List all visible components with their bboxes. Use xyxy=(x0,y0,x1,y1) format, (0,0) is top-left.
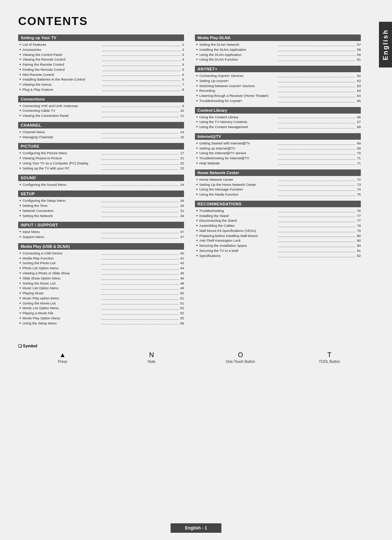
item-dots xyxy=(101,309,179,310)
item-text: Installing the Stand xyxy=(196,213,277,218)
item-dots xyxy=(101,185,179,186)
item-text: Support Menu xyxy=(20,234,100,240)
item-text: Setting up the TV with your PC xyxy=(20,166,100,171)
list-item: Viewing Picture-in-Picture21 xyxy=(20,156,184,161)
list-item: Mini Remote Control6 xyxy=(20,72,184,77)
item-dots xyxy=(101,169,179,170)
item-dots xyxy=(101,154,179,155)
symbol-icon: O xyxy=(238,351,243,359)
item-dots xyxy=(101,294,179,295)
list-item: Anti-Theft Kensington Lock80 xyxy=(196,238,361,243)
section-header: PICTURE xyxy=(18,143,184,150)
item-dots xyxy=(278,196,355,196)
item-dots xyxy=(278,212,355,212)
item-dots xyxy=(101,319,179,320)
symbol-row: ▲PressNNoteOOne-Touch ButtonTTOOL Button xyxy=(18,351,374,364)
item-page-number: 55 xyxy=(180,316,184,321)
english-tab: English xyxy=(379,22,392,68)
item-text: Using Your TV as a Computer (PC) Display xyxy=(20,161,100,166)
item-dots xyxy=(278,252,355,252)
item-text: Setting the DLNA Network xyxy=(196,42,277,47)
list-item: Getting Started with Internet@TV69 xyxy=(196,141,361,146)
list-item: Troubleshooting for Anynet+65 xyxy=(196,98,361,103)
section-items: List of Features2Accessories2Viewing the… xyxy=(18,42,184,92)
section: Home Network CenterHome Network Center72… xyxy=(195,169,361,197)
list-item: Installing the DLNA Application58 xyxy=(196,47,361,52)
section: SETUPConfiguring the Setup Menu26Setting… xyxy=(18,191,184,218)
item-text: Assembling the Cables xyxy=(196,223,277,228)
list-item: Switching between Anynet+ Devices63 xyxy=(196,83,361,89)
section: Media Play-DLNASetting the DLNA Network5… xyxy=(195,34,361,62)
item-page-number: 74 xyxy=(357,187,361,192)
item-page-number: 80 xyxy=(357,233,361,238)
item-page-number: 62 xyxy=(357,73,361,78)
section-items: Connecting VHF and UHF Antennas9Connecti… xyxy=(18,103,184,118)
item-page-number: 51 xyxy=(180,301,184,306)
item-page-number: 43 xyxy=(180,261,184,266)
item-text: Viewing a Photo or Slide Show xyxy=(20,271,100,276)
list-item: Photo List Option Menu44 xyxy=(20,266,184,271)
item-text: Viewing Picture-in-Picture xyxy=(20,156,100,161)
item-page-number: 8 xyxy=(182,87,184,92)
list-item: Movie Play Option Menu55 xyxy=(20,316,184,321)
item-page-number: 41 xyxy=(180,256,184,261)
item-text: Preparing before installing Wall-Mount xyxy=(196,233,277,238)
section-items: Getting Started with Internet@TV69Settin… xyxy=(195,141,361,166)
item-dots xyxy=(278,56,355,56)
item-dots xyxy=(102,51,181,51)
item-dots xyxy=(278,128,355,128)
item-page-number: 40 xyxy=(180,251,184,256)
item-dots xyxy=(101,117,179,117)
item-dots xyxy=(101,164,179,165)
section: INPUT / SUPPORTInput Menu37Support Menu3… xyxy=(18,222,184,240)
item-page-number: 23 xyxy=(180,166,184,171)
item-page-number: 22 xyxy=(180,161,184,166)
list-item: Playing Music50 xyxy=(20,291,184,296)
list-item: Using the DLNA Function61 xyxy=(196,57,361,62)
item-dots xyxy=(101,217,179,217)
item-text: Specifications xyxy=(196,253,277,258)
item-dots xyxy=(278,181,355,181)
item-page-number: 64 xyxy=(357,93,361,98)
item-page-number: 73 xyxy=(357,182,361,187)
item-dots xyxy=(278,185,355,186)
list-item: Plug & Play Feature8 xyxy=(20,87,184,92)
item-text: Movie Play Option Menu xyxy=(20,316,100,321)
item-dots xyxy=(102,91,181,91)
item-text: Connecting a USB Device xyxy=(20,251,100,256)
list-item: Using the Content Library66 xyxy=(196,115,361,120)
item-text: Anti-Theft Kensington Lock xyxy=(196,238,277,243)
item-page-number: 76 xyxy=(357,208,361,213)
item-page-number: 61 xyxy=(357,57,361,62)
list-item: Connecting a USB Device40 xyxy=(20,251,184,256)
item-page-number: 69 xyxy=(357,146,361,151)
list-item: Playing a Movie File52 xyxy=(20,311,184,316)
item-text: Connecting VHF and UHF Antennas xyxy=(20,103,101,109)
symbol-item: TTOOL Button xyxy=(285,351,374,364)
item-dots xyxy=(278,222,355,222)
item-page-number: 24 xyxy=(180,182,184,187)
item-text: Plug & Play Feature xyxy=(20,87,101,92)
item-dots xyxy=(278,232,355,232)
section: Content LibraryUsing the Content Library… xyxy=(195,107,361,130)
item-dots xyxy=(278,191,355,191)
item-page-number: 52 xyxy=(180,306,184,311)
section-items: Channel Menu14Managing Channels15 xyxy=(18,130,184,140)
item-text: Using the Message Function xyxy=(196,187,277,192)
item-page-number: 2 xyxy=(182,47,184,52)
item-text: Troubleshooting for Anynet+ xyxy=(196,98,277,103)
list-item: Configuring the Sound Menu24 xyxy=(20,182,184,187)
list-item: Viewing the Remote Control4 xyxy=(20,57,184,62)
section-items: Troubleshooting76Installing the Stand77D… xyxy=(195,208,361,258)
item-dots xyxy=(102,107,181,107)
item-page-number: 70 xyxy=(357,151,361,156)
item-text: Disconnecting the Stand xyxy=(196,218,277,223)
item-dots xyxy=(278,149,355,150)
section-items: Connecting Anynet+ Devices62Setting Up A… xyxy=(195,73,361,103)
item-page-number: 49 xyxy=(180,286,184,291)
item-dots xyxy=(102,46,181,46)
list-item: Using the TV Memory Contents67 xyxy=(196,119,361,124)
item-dots xyxy=(278,118,355,118)
symbol-item: NNote xyxy=(107,351,196,364)
list-item: Troubleshooting for internet@TV71 xyxy=(196,156,361,161)
